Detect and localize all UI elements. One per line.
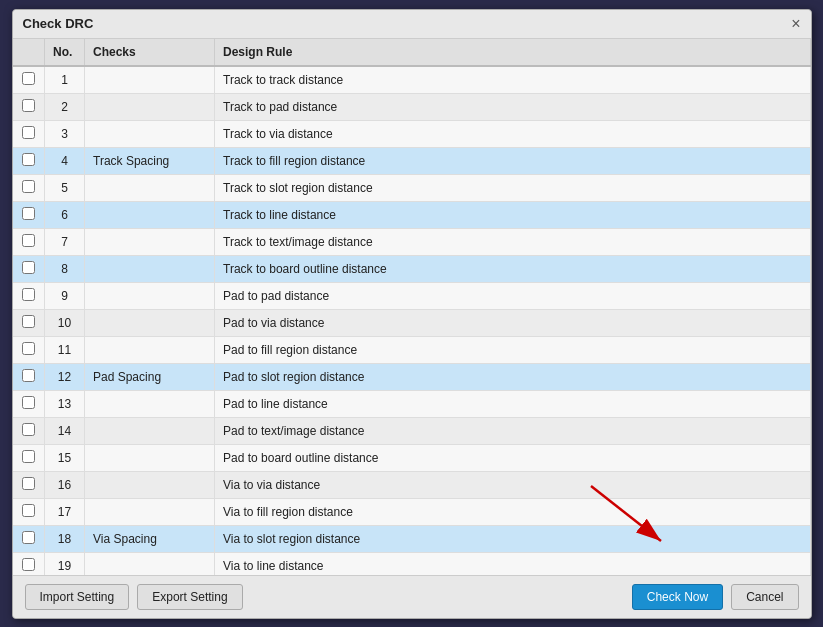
table-row: 5Track to slot region distance: [13, 174, 811, 201]
row-checkbox[interactable]: [22, 531, 35, 544]
row-checkbox[interactable]: [22, 153, 35, 166]
row-checkbox-cell: [13, 336, 45, 363]
row-design-rule: Via to via distance: [215, 471, 811, 498]
table-row: 8Track to board outline distance: [13, 255, 811, 282]
row-checkbox-cell: [13, 390, 45, 417]
col-header-checkbox: [13, 39, 45, 66]
row-checks: [85, 93, 215, 120]
row-number: 16: [45, 471, 85, 498]
row-number: 13: [45, 390, 85, 417]
row-checkbox[interactable]: [22, 126, 35, 139]
row-checks: [85, 174, 215, 201]
table-row: 16Via to via distance: [13, 471, 811, 498]
table-row: 13Pad to line distance: [13, 390, 811, 417]
row-checks: [85, 201, 215, 228]
table-row: 15Pad to board outline distance: [13, 444, 811, 471]
row-checks: Track Spacing: [85, 147, 215, 174]
row-checks: [85, 444, 215, 471]
row-checks: [85, 390, 215, 417]
row-checkbox-cell: [13, 228, 45, 255]
cancel-button[interactable]: Cancel: [731, 584, 798, 610]
row-checks: [85, 66, 215, 94]
col-header-no: No.: [45, 39, 85, 66]
row-number: 7: [45, 228, 85, 255]
drc-table: No. Checks Design Rule 1Track to track d…: [13, 39, 811, 576]
row-checkbox[interactable]: [22, 72, 35, 85]
table-row: 2Track to pad distance: [13, 93, 811, 120]
row-checks: [85, 120, 215, 147]
row-checkbox-cell: [13, 282, 45, 309]
table-row: 7Track to text/image distance: [13, 228, 811, 255]
row-checkbox[interactable]: [22, 207, 35, 220]
table-wrapper: No. Checks Design Rule 1Track to track d…: [13, 39, 811, 576]
row-design-rule: Track to board outline distance: [215, 255, 811, 282]
row-checkbox[interactable]: [22, 504, 35, 517]
row-design-rule: Pad to slot region distance: [215, 363, 811, 390]
row-number: 4: [45, 147, 85, 174]
table-row: 12Pad SpacingPad to slot region distance: [13, 363, 811, 390]
row-checkbox-cell: [13, 498, 45, 525]
row-number: 6: [45, 201, 85, 228]
row-number: 3: [45, 120, 85, 147]
row-checkbox-cell: [13, 93, 45, 120]
row-checkbox[interactable]: [22, 180, 35, 193]
row-number: 10: [45, 309, 85, 336]
row-checkbox-cell: [13, 417, 45, 444]
row-checkbox[interactable]: [22, 99, 35, 112]
table-row: 11Pad to fill region distance: [13, 336, 811, 363]
row-checks: [85, 336, 215, 363]
row-number: 14: [45, 417, 85, 444]
table-row: 1Track to track distance: [13, 66, 811, 94]
row-checks: [85, 417, 215, 444]
export-setting-button[interactable]: Export Setting: [137, 584, 242, 610]
row-checkbox[interactable]: [22, 234, 35, 247]
row-number: 1: [45, 66, 85, 94]
row-checkbox[interactable]: [22, 342, 35, 355]
row-checkbox[interactable]: [22, 450, 35, 463]
row-checkbox-cell: [13, 201, 45, 228]
close-button[interactable]: ×: [791, 16, 800, 32]
row-checkbox-cell: [13, 174, 45, 201]
row-checkbox[interactable]: [22, 423, 35, 436]
row-design-rule: Pad to fill region distance: [215, 336, 811, 363]
row-number: 9: [45, 282, 85, 309]
row-checks: [85, 309, 215, 336]
row-design-rule: Track to via distance: [215, 120, 811, 147]
row-number: 12: [45, 363, 85, 390]
row-checkbox[interactable]: [22, 369, 35, 382]
row-design-rule: Via to fill region distance: [215, 498, 811, 525]
table-row: 3Track to via distance: [13, 120, 811, 147]
check-drc-dialog: Check DRC × No. Checks Design Rule 1Trac…: [12, 9, 812, 619]
row-checkbox-cell: [13, 309, 45, 336]
table-container[interactable]: No. Checks Design Rule 1Track to track d…: [13, 39, 811, 576]
row-checkbox-cell: [13, 444, 45, 471]
check-now-button[interactable]: Check Now: [632, 584, 723, 610]
row-checkbox[interactable]: [22, 315, 35, 328]
dialog-title: Check DRC: [23, 16, 94, 31]
table-row: 9Pad to pad distance: [13, 282, 811, 309]
row-checkbox[interactable]: [22, 558, 35, 571]
row-checkbox[interactable]: [22, 261, 35, 274]
row-design-rule: Pad to board outline distance: [215, 444, 811, 471]
row-design-rule: Pad to text/image distance: [215, 417, 811, 444]
row-checks: [85, 255, 215, 282]
table-row: 19Via to line distance: [13, 552, 811, 576]
row-checkbox-cell: [13, 120, 45, 147]
table-header-row: No. Checks Design Rule: [13, 39, 811, 66]
row-number: 15: [45, 444, 85, 471]
row-number: 18: [45, 525, 85, 552]
row-checkbox[interactable]: [22, 477, 35, 490]
row-design-rule: Pad to via distance: [215, 309, 811, 336]
row-checkbox[interactable]: [22, 396, 35, 409]
row-design-rule: Track to fill region distance: [215, 147, 811, 174]
row-checkbox-cell: [13, 147, 45, 174]
row-checks: [85, 228, 215, 255]
row-checkbox-cell: [13, 525, 45, 552]
table-row: 4Track SpacingTrack to fill region dista…: [13, 147, 811, 174]
row-checkbox[interactable]: [22, 288, 35, 301]
row-checks: Pad Spacing: [85, 363, 215, 390]
import-setting-button[interactable]: Import Setting: [25, 584, 130, 610]
title-bar: Check DRC ×: [13, 10, 811, 39]
table-row: 17Via to fill region distance: [13, 498, 811, 525]
row-design-rule: Via to line distance: [215, 552, 811, 576]
